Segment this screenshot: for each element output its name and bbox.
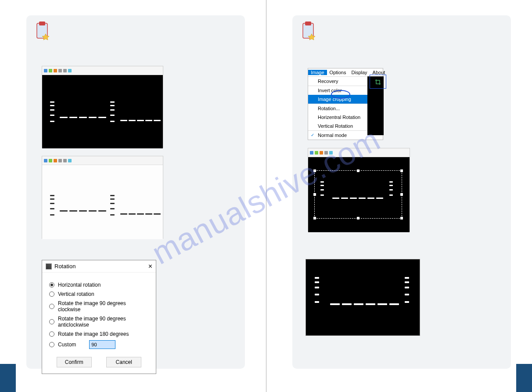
- radio-cw90[interactable]: Rotate the image 90 degrees clockwise: [49, 300, 149, 313]
- rotation-dialog: Rotation × Horizontal rotation Vertical …: [42, 260, 156, 374]
- left-card: Rotation × Horizontal rotation Vertical …: [26, 15, 245, 369]
- clipboard-star-icon: [300, 21, 316, 43]
- menu-item-hrot[interactable]: Horizentral Rotation: [308, 113, 367, 122]
- page-left: Rotation × Horizontal rotation Vertical …: [0, 0, 266, 392]
- annotation-circle: [331, 90, 350, 99]
- radio-vertical[interactable]: Vertical rotation: [49, 291, 149, 297]
- menu-item-normal[interactable]: Normal mode: [308, 130, 367, 140]
- cancel-button[interactable]: Cancel: [106, 357, 141, 367]
- radio-label: Rotate the image 90 degrees anticlockwis…: [58, 316, 149, 328]
- crop-selection[interactable]: [314, 170, 402, 219]
- svg-rect-1: [39, 22, 45, 25]
- radio-label: Horizontal rotation: [58, 282, 101, 288]
- radio-ccw90[interactable]: Rotate the image 90 degrees anticlockwis…: [49, 316, 149, 328]
- page-right: Image Options Display About Recovery Inv…: [266, 0, 532, 392]
- menu-item-vrot[interactable]: Vertical Rotation: [308, 122, 367, 130]
- radio-horizontal[interactable]: Horizontal rotation: [49, 282, 149, 288]
- gel-image-cropped-result: [306, 259, 420, 336]
- right-card: Image Options Display About Recovery Inv…: [292, 15, 511, 369]
- custom-angle-input[interactable]: [89, 340, 115, 349]
- menu-display[interactable]: Display: [349, 70, 370, 75]
- radio-label: Vertical rotation: [58, 291, 94, 297]
- gel-image-light-left: [42, 156, 163, 239]
- radio-label: Rotate the image 180 degrees: [58, 331, 129, 337]
- dialog-titlebar: Rotation ×: [42, 260, 156, 273]
- menu-item-rotation[interactable]: Rotation...: [308, 104, 367, 113]
- radio-180[interactable]: Rotate the image 180 degrees: [49, 331, 149, 337]
- menu-image[interactable]: Image: [308, 70, 327, 75]
- close-icon[interactable]: ×: [148, 263, 152, 270]
- crop-icon: [375, 79, 381, 85]
- dialog-title-text: Rotation: [54, 263, 75, 270]
- radio-custom[interactable]: Custom: [49, 340, 149, 349]
- app-toolbar: [42, 156, 163, 165]
- clipboard-star-icon: [34, 21, 50, 43]
- gel-image-dark-left: [42, 66, 163, 148]
- menu-options[interactable]: Options: [327, 70, 349, 75]
- radio-label: Rotate the image 90 degrees clockwise: [58, 300, 149, 313]
- menu-item-recovery[interactable]: Recovery: [308, 77, 367, 86]
- page-corner-decoration: [0, 364, 16, 392]
- confirm-button[interactable]: Confirm: [57, 357, 92, 367]
- dialog-icon: [46, 263, 52, 270]
- app-toolbar: [42, 66, 163, 75]
- page-corner-decoration: [516, 364, 532, 392]
- page-divider: [266, 0, 266, 392]
- radio-label: Custom: [58, 342, 76, 348]
- svg-rect-4: [305, 22, 311, 25]
- gel-image-cropping: [308, 148, 410, 232]
- app-toolbar: [308, 148, 410, 157]
